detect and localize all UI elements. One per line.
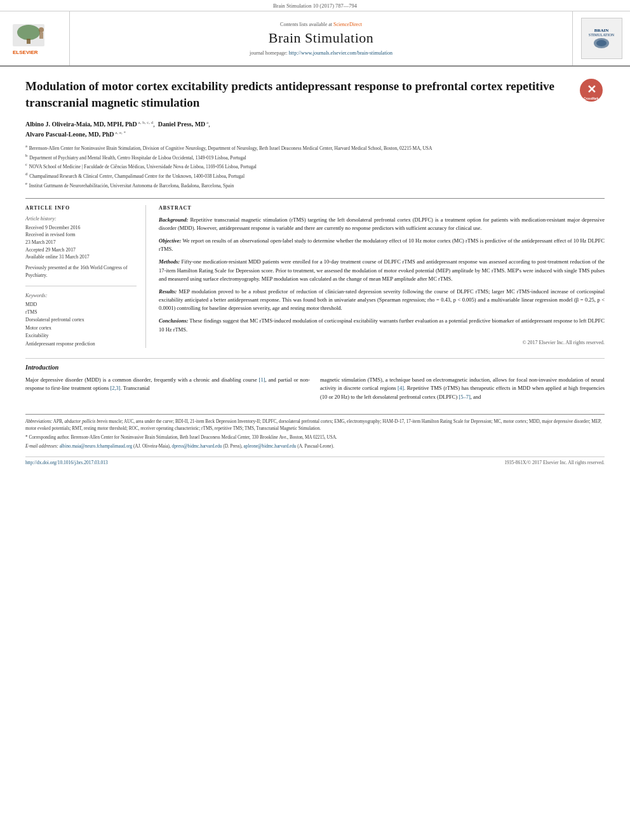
email-attr-1: (AJ. Oliveira-Maia), bbox=[133, 444, 172, 449]
intro-right-col: magnetic stimulation (TMS), a technique … bbox=[320, 376, 605, 405]
results-text: MEP modulation proved to be a robust pre… bbox=[159, 288, 605, 311]
author-2-sup: a bbox=[205, 120, 208, 125]
article-main: Modulation of motor cortex excitability … bbox=[0, 67, 630, 474]
abstract-heading: Abstract bbox=[159, 205, 605, 211]
conclusions-label: Conclusions: bbox=[159, 317, 188, 324]
info-divider bbox=[25, 286, 137, 286]
brain-icon bbox=[592, 37, 611, 50]
journal-title-heading: Brain Stimulation bbox=[269, 30, 374, 46]
background-text: Repetitive transcranial magnetic stimula… bbox=[159, 217, 605, 231]
authors-line: Albino J. Oliveira-Maia, MD, MPH, PhD a,… bbox=[25, 119, 605, 139]
ref-2-3-link[interactable]: [2,3] bbox=[110, 385, 120, 391]
abstract-objective: Objective: We report on results of an ob… bbox=[159, 237, 605, 253]
author-2-name: Daniel Press, MD bbox=[158, 121, 206, 128]
affil-e: e Institut Guttmann de Neurorehabilitaci… bbox=[25, 180, 605, 189]
contents-line: Contents lists available at ScienceDirec… bbox=[280, 22, 362, 27]
affil-a-text: Berenson-Allen Center for Noninvasive Br… bbox=[29, 145, 432, 150]
svg-text:✕: ✕ bbox=[587, 83, 596, 96]
introduction-section: Introduction Major depressive disorder (… bbox=[25, 358, 605, 405]
svg-point-7 bbox=[596, 40, 607, 46]
author-3-sup: a, e, * bbox=[114, 130, 126, 135]
main-divider bbox=[25, 198, 605, 199]
homepage-link[interactable]: http://www.journals.elsevier.com/brain-s… bbox=[289, 50, 392, 56]
intro-two-col: Major depressive disorder (MDD) is a com… bbox=[25, 376, 605, 405]
abbreviations-line: Abbreviations: APB, abductor pollicis br… bbox=[25, 418, 605, 432]
brain-stim-logo-area: BRAIN STIMULATION bbox=[573, 11, 630, 65]
copyright-line: © 2017 Elsevier Inc. All rights reserved… bbox=[159, 339, 605, 347]
journal-homepage-line: journal homepage: http://www.journals.el… bbox=[250, 50, 392, 56]
footer-links-bar: http://dx.doi.org/10.1016/j.brs.2017.03.… bbox=[25, 457, 605, 465]
article-title-text: Modulation of motor cortex excitability … bbox=[25, 79, 554, 109]
history-item-4: Accepted 29 March 2017 bbox=[25, 246, 137, 254]
svg-text:ELSEVIER: ELSEVIER bbox=[13, 50, 38, 55]
introduction-heading: Introduction bbox=[25, 364, 605, 371]
article-title: Modulation of motor cortex excitability … bbox=[25, 78, 605, 110]
journal-header-center: Contents lists available at ScienceDirec… bbox=[70, 11, 573, 65]
crossmark-badge[interactable]: ✕ CrossMark bbox=[579, 78, 605, 103]
background-label: Background: bbox=[159, 217, 188, 223]
affil-a: a Berenson-Allen Center for Noninvasive … bbox=[25, 143, 605, 152]
affil-b: b Department of Psychiatry and Mental He… bbox=[25, 152, 605, 161]
email-link-1[interactable]: albino.maia@neuro.fchampalimaud.org bbox=[60, 444, 132, 449]
kw-2: rTMS bbox=[25, 309, 137, 316]
email-link-2[interactable]: dpress@bidmc.harvard.edu bbox=[172, 444, 222, 449]
author-1-sup: a, b, c, d bbox=[137, 120, 153, 125]
affil-d: d Champalimaud Research & Clinical Centr… bbox=[25, 171, 605, 180]
issn-text: 1935-861X/© 2017 Elsevier Inc. All right… bbox=[504, 460, 605, 465]
kw-6: Antidepressant response prediction bbox=[25, 340, 137, 348]
history-item-2: Received in revised form bbox=[25, 231, 137, 239]
brain-stim-logo-box: BRAIN STIMULATION bbox=[581, 18, 622, 59]
history-item-3: 23 March 2017 bbox=[25, 239, 137, 246]
article-info-col: Article Info Article history: Received 9… bbox=[25, 205, 146, 349]
abstract-background: Background: Repetitive transcranial magn… bbox=[159, 216, 605, 232]
corresponding-author-note: * Corresponding author. Berenson-Allen C… bbox=[25, 434, 605, 441]
citation-text: Brain Stimulation 10 (2017) 787—794 bbox=[273, 3, 357, 9]
affil-b-letter: b bbox=[25, 153, 27, 157]
footnotes-section: Abbreviations: APB, abductor pollicis br… bbox=[25, 414, 605, 450]
abstract-methods: Methods: Fifty-one medication-resistant … bbox=[159, 258, 605, 283]
elsevier-logo-svg: ELSEVIER bbox=[10, 21, 60, 56]
history-presented-note: Previously presented at the 16th World C… bbox=[25, 264, 137, 279]
intro-left-para: Major depressive disorder (MDD) is a com… bbox=[25, 376, 310, 392]
svg-text:CrossMark: CrossMark bbox=[584, 97, 599, 100]
doi-url-text: http://dx.doi.org/10.1016/j.brs.2017.03.… bbox=[25, 460, 108, 465]
article-info-abstract-cols: Article Info Article history: Received 9… bbox=[25, 205, 605, 349]
conclusions-text: These findings suggest that MC rTMS-indu… bbox=[159, 317, 605, 332]
ref-4-link[interactable]: [4] bbox=[398, 385, 404, 391]
abstract-col: Abstract Background: Repetitive transcra… bbox=[159, 205, 605, 349]
affil-d-letter: d bbox=[25, 171, 27, 176]
sciencedirect-link[interactable]: ScienceDirect bbox=[333, 22, 362, 27]
affil-c-text: NOVA School of Medicine | Faculdade de C… bbox=[29, 164, 257, 170]
intro-right-para: magnetic stimulation (TMS), a technique … bbox=[320, 376, 605, 401]
author-3-name: Alvaro Pascual-Leone, MD, PhD bbox=[25, 131, 114, 138]
affil-d-text: Champalimaud Research & Clinical Centre,… bbox=[29, 173, 245, 179]
methods-label: Methods: bbox=[159, 258, 180, 265]
svg-point-1 bbox=[17, 25, 40, 40]
article-history-title: Article history: bbox=[25, 216, 137, 222]
elsevier-logo-area: ELSEVIER bbox=[0, 11, 70, 65]
history-item-5: Available online 31 March 2017 bbox=[25, 253, 137, 261]
ref-1-link[interactable]: [1] bbox=[259, 377, 265, 383]
logo-top-text: BRAIN bbox=[594, 28, 609, 33]
affil-e-text: Institut Guttmann de Neurorehabilitación… bbox=[29, 182, 234, 188]
affil-c: c NOVA School of Medicine | Faculdade de… bbox=[25, 161, 605, 170]
email-link-3[interactable]: apleone@bidmc.harvard.edu bbox=[244, 444, 297, 449]
objective-text: We report on results of an observational… bbox=[159, 237, 605, 252]
doi-link[interactable]: http://dx.doi.org/10.1016/j.brs.2017.03.… bbox=[25, 460, 108, 465]
kw-3: Dorsolateral prefrontal cortex bbox=[25, 316, 137, 324]
author-1-name: Albino J. Oliveira-Maia, MD, MPH, PhD bbox=[25, 121, 137, 128]
crossmark-icon: ✕ CrossMark bbox=[579, 78, 603, 102]
contents-text: Contents lists available at bbox=[280, 22, 332, 27]
email-label-text: E-mail addresses: bbox=[25, 444, 60, 449]
svg-rect-2 bbox=[27, 39, 30, 44]
citation-bar: Brain Stimulation 10 (2017) 787—794 bbox=[0, 0, 630, 11]
svg-rect-4 bbox=[39, 32, 43, 39]
abstract-results: Results: MEP modulation proved to be a r… bbox=[159, 288, 605, 313]
objective-label: Objective: bbox=[159, 237, 181, 244]
history-item-1: Received 9 December 2016 bbox=[25, 224, 137, 232]
abstract-conclusions: Conclusions: These findings suggest that… bbox=[159, 317, 605, 333]
email-line: E-mail addresses: albino.maia@neuro.fcha… bbox=[25, 443, 605, 450]
abbreviations-text: Abbreviations: APB, abductor pollicis br… bbox=[25, 419, 601, 431]
kw-1: MDD bbox=[25, 301, 137, 309]
ref-5-7-link[interactable]: [5–7] bbox=[459, 394, 470, 400]
